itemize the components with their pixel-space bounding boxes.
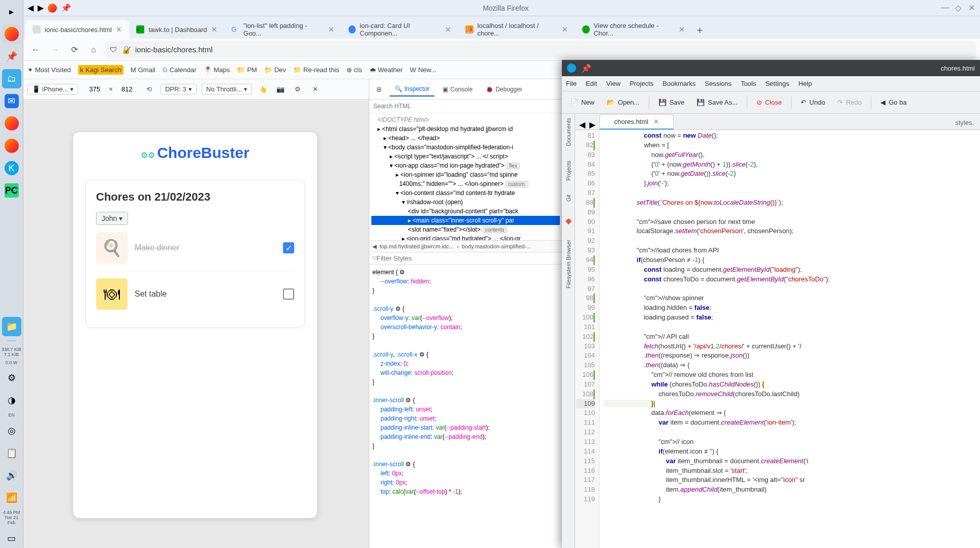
tray3-icon[interactable]: ◎ bbox=[2, 421, 21, 440]
kate-icon[interactable]: K bbox=[2, 158, 21, 178]
dom-tree[interactable]: <!DOCTYPE html> ▸ <html class="plt-deskt… bbox=[369, 113, 562, 240]
breadcrumb-bar[interactable]: ◀ top.md.hydrated.jjbwrcm.idc... › body.… bbox=[369, 240, 562, 252]
throttle-select[interactable]: No Throttli... ▾ bbox=[202, 84, 252, 94]
chore-checkbox[interactable]: ✓ bbox=[283, 242, 294, 253]
show-desktop-icon[interactable]: ▭ bbox=[2, 529, 21, 548]
pin-icon[interactable]: 📌 bbox=[581, 63, 591, 73]
height-input[interactable] bbox=[116, 85, 138, 93]
bookmark-item[interactable]: M Gmail bbox=[131, 66, 155, 74]
chore-checkbox[interactable] bbox=[283, 288, 294, 300]
git-icon[interactable]: ◆ bbox=[565, 216, 572, 225]
save-button[interactable]: 💾 Save bbox=[653, 95, 690, 109]
close-tab-icon[interactable]: ✕ bbox=[116, 25, 122, 34]
styles-pane[interactable]: element { ⚙ --overflow: hidden; } .scrol… bbox=[369, 265, 562, 548]
back-button[interactable]: ← bbox=[27, 42, 44, 58]
width-input[interactable] bbox=[83, 85, 106, 93]
url-bar[interactable]: 🛡 🔒̸ ionic-basic/chores.html bbox=[105, 41, 976, 58]
bookmark-item[interactable]: k Kagi Search bbox=[78, 65, 123, 75]
dpr-select[interactable]: DPR: 3 ▾ bbox=[161, 84, 197, 94]
thunderbird-icon[interactable]: ✉ bbox=[2, 91, 21, 111]
bookmark-folder[interactable]: 📁 Re-read this bbox=[293, 66, 339, 74]
close-tab-icon[interactable]: ✕ bbox=[562, 25, 568, 34]
close-tab-icon[interactable]: ✕ bbox=[328, 25, 334, 34]
new-button[interactable]: 📄 New bbox=[565, 95, 599, 109]
forward-icon[interactable]: ▶ bbox=[38, 3, 44, 13]
open-button[interactable]: 📂 Open... bbox=[602, 95, 645, 109]
firefox2-icon[interactable] bbox=[2, 114, 21, 133]
tab-inspector[interactable]: 🔍 Inspector bbox=[390, 82, 434, 96]
menu-settings[interactable]: Settings bbox=[765, 80, 789, 87]
close-window-icon[interactable]: ✕ bbox=[967, 3, 976, 13]
breadcrumb-back-icon[interactable]: ◀ bbox=[372, 243, 376, 250]
filter-styles-input[interactable] bbox=[376, 254, 559, 262]
code-content[interactable]: const now = new Date(); when = [ now.get… bbox=[599, 130, 980, 548]
tab-5[interactable]: View chore schedule - Chor...✕ bbox=[575, 20, 692, 39]
close-tab-icon[interactable]: ✕ bbox=[211, 25, 217, 34]
close-tab-icon[interactable]: ✕ bbox=[445, 25, 451, 34]
pin-icon[interactable]: 📌 bbox=[2, 47, 21, 66]
saveas-button[interactable]: 💾 Save As... bbox=[691, 95, 743, 109]
html-search-input[interactable] bbox=[372, 102, 559, 111]
person-select[interactable]: John ▾ bbox=[96, 212, 128, 225]
menu-edit[interactable]: Edit bbox=[586, 80, 597, 87]
lang-indicator[interactable]: EN bbox=[8, 413, 15, 418]
reload-button[interactable]: ⟳ bbox=[66, 42, 82, 58]
tab-3[interactable]: ion-card: Card UI Componen...✕ bbox=[341, 20, 458, 39]
rotate-icon[interactable]: ⟲ bbox=[143, 83, 155, 95]
tab-4[interactable]: ⛵localhost / localhost / chore...✕ bbox=[458, 20, 575, 39]
menu-tools[interactable]: Tools bbox=[741, 80, 756, 87]
menu-file[interactable]: File bbox=[566, 80, 577, 87]
sidebar-fs[interactable]: Filesystem Browser bbox=[565, 240, 572, 288]
kate-tab-active[interactable]: chores.html✕ bbox=[599, 114, 674, 130]
tab-1[interactable]: ✔tawk.to | Dashboard✕ bbox=[129, 20, 224, 39]
tab-debugger[interactable]: 🐞 Debugger bbox=[481, 83, 527, 96]
sidebar-git[interactable]: Git bbox=[565, 195, 572, 202]
bookmark-item[interactable]: G Calendar bbox=[163, 66, 197, 74]
close-button[interactable]: ⊘ Close bbox=[751, 95, 787, 109]
wifi-icon[interactable]: 📶 bbox=[2, 488, 21, 507]
new-tab-button[interactable]: + bbox=[692, 22, 708, 39]
tab-console[interactable]: ▣ Console bbox=[437, 83, 478, 96]
undo-button[interactable]: ↶ Undo bbox=[796, 95, 830, 109]
close-tab-icon[interactable]: ✕ bbox=[679, 25, 685, 34]
bookmark-item[interactable]: ✦ Most Visited bbox=[27, 66, 71, 74]
bookmark-item[interactable]: 📍 Maps bbox=[204, 66, 230, 74]
shield-icon[interactable]: 🛡 bbox=[110, 45, 117, 54]
settings-icon[interactable]: ⚙ bbox=[292, 83, 304, 95]
menu-bookmarks[interactable]: Bookmarks bbox=[662, 80, 696, 87]
back-icon[interactable]: ◀ bbox=[27, 3, 34, 13]
bookmark-folder[interactable]: 📁 PM bbox=[237, 66, 257, 74]
pycharm-icon[interactable]: PC bbox=[2, 181, 21, 200]
home-button[interactable]: ⌂ bbox=[85, 42, 102, 58]
close-tab-icon[interactable]: ✕ bbox=[653, 118, 659, 125]
tab-0[interactable]: ionic-basic/chores.html✕ bbox=[25, 20, 129, 39]
prev-doc-icon[interactable]: ◀ bbox=[579, 120, 585, 130]
volume-icon[interactable]: 🔊 bbox=[2, 466, 21, 485]
files-icon[interactable]: 🗂 bbox=[2, 69, 21, 88]
close-rdm-icon[interactable]: ✕ bbox=[309, 83, 321, 95]
menu-view[interactable]: View bbox=[606, 80, 620, 87]
code-editor[interactable]: 8182838485868788899091929394959697989910… bbox=[575, 130, 980, 548]
files2-icon[interactable]: 📁 bbox=[2, 317, 21, 336]
maximize-icon[interactable]: ◇ bbox=[954, 3, 963, 13]
kate-tab-styles[interactable]: styles. bbox=[949, 116, 980, 130]
clipboard-icon[interactable]: 📋 bbox=[2, 443, 21, 463]
firefox1-icon[interactable] bbox=[2, 24, 21, 44]
minimize-icon[interactable]: — bbox=[940, 3, 950, 13]
menu-help[interactable]: Help bbox=[798, 80, 812, 87]
menu-sessions[interactable]: Sessions bbox=[705, 80, 732, 87]
firefox3-icon[interactable] bbox=[2, 136, 21, 155]
pin-window-icon[interactable]: 📌 bbox=[61, 3, 71, 13]
tray1-icon[interactable]: ⚙ bbox=[2, 368, 21, 388]
redo-button[interactable]: ↷ Redo bbox=[832, 95, 867, 109]
pick-element-icon[interactable]: ⊞ bbox=[371, 83, 387, 96]
touch-icon[interactable]: 👆 bbox=[257, 83, 269, 95]
next-doc-icon[interactable]: ▶ bbox=[589, 120, 595, 130]
sidebar-projects[interactable]: Projects bbox=[565, 160, 572, 181]
bookmark-item[interactable]: ⊕ cls bbox=[346, 66, 362, 74]
device-select[interactable]: 📱 iPhone... ▾ bbox=[27, 84, 78, 94]
tab-2[interactable]: G"ion-list" left padding - Goo...✕ bbox=[225, 20, 341, 39]
goback-button[interactable]: ◀ Go ba bbox=[875, 95, 911, 109]
screenshot-icon[interactable]: 📷 bbox=[274, 83, 287, 95]
tray2-icon[interactable]: ◑ bbox=[2, 391, 21, 410]
